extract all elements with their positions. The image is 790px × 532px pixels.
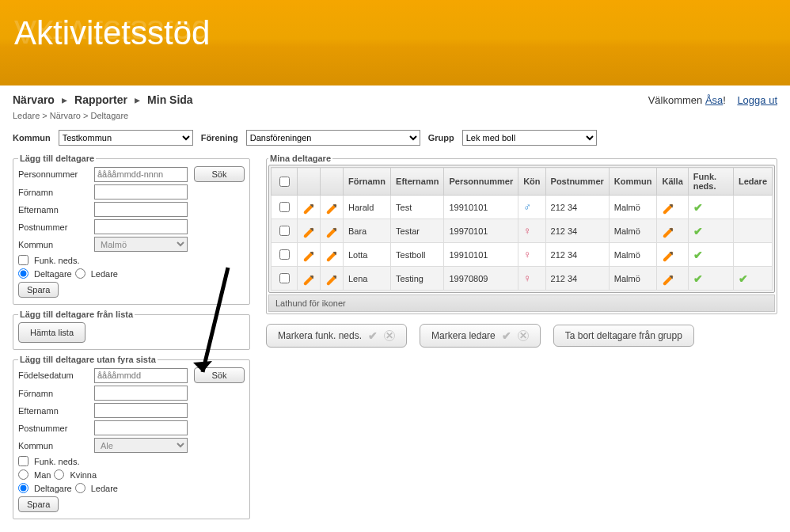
ledare-radio-2[interactable] <box>75 483 85 493</box>
col-funk-neds[interactable]: Funk. neds. <box>688 168 733 196</box>
header-banner: Aktivitetsstöd Aktivitetsstöd <box>0 0 790 86</box>
cell-kommun: Malmö <box>609 243 657 267</box>
filter-row: Kommun Testkommun Förening Dansföreninge… <box>0 127 790 154</box>
filter-grupp-select[interactable]: Lek med boll <box>462 130 597 146</box>
sok-button-1[interactable]: Sök <box>194 166 245 182</box>
female-icon: ♀ <box>523 225 531 237</box>
edit-icon[interactable] <box>326 227 337 238</box>
hamta-lista-button[interactable]: Hämta lista <box>18 322 85 343</box>
welcome-user-link[interactable]: Åsa <box>705 94 723 106</box>
edit-icon[interactable] <box>303 203 314 215</box>
kvinna-radio-label: Kvinna <box>70 470 97 480</box>
deltagare-radio[interactable] <box>18 268 28 279</box>
col-efternamn[interactable]: Efternamn <box>391 168 444 196</box>
edit-icon[interactable] <box>663 275 674 286</box>
fodelsedatum-input[interactable] <box>94 368 188 383</box>
add-participant-fieldset: Lägg till deltagare Personnummer Sök För… <box>13 154 250 305</box>
select-all-checkbox[interactable] <box>279 177 290 187</box>
female-icon: ♀ <box>523 249 531 260</box>
postnummer-input-2[interactable] <box>94 420 188 435</box>
edit-icon[interactable] <box>326 275 337 286</box>
col-postnummer[interactable]: Postnummer <box>545 168 609 196</box>
cell-fornamn: Harald <box>344 196 391 219</box>
cell-post: 212 34 <box>545 219 609 243</box>
edit-icon[interactable] <box>663 251 674 262</box>
markera-funk-button[interactable]: Markera funk. neds. ✔ ✕ <box>266 324 407 348</box>
kommun-select-2[interactable]: Ale <box>94 438 188 453</box>
mina-deltagare-fieldset: Mina deltagare Förnamn Efternamn Personn… <box>266 154 777 314</box>
logout-link[interactable]: Logga ut <box>737 94 777 106</box>
col-fornamn[interactable]: Förnamn <box>344 168 391 196</box>
markera-ledare-button[interactable]: Markera ledare ✔ ✕ <box>420 324 541 348</box>
x-icon: ✕ <box>384 330 395 341</box>
efternamn-label-2: Efternamn <box>18 406 89 416</box>
table-row: BaraTestar19970101♀212 34Malmö✔ <box>272 219 773 243</box>
efternamn-input[interactable] <box>94 202 188 217</box>
female-icon: ♀ <box>523 272 531 284</box>
check-icon: ✔ <box>502 329 511 342</box>
row-checkbox[interactable] <box>279 249 290 260</box>
fodelsedatum-label: Födelsedatum <box>18 370 89 380</box>
cell-gender: ♂ <box>518 196 545 219</box>
edit-icon[interactable] <box>663 203 674 215</box>
funk-neds-checkbox-2[interactable] <box>18 456 28 466</box>
edit-icon[interactable] <box>326 203 337 215</box>
ta-bort-button[interactable]: Ta bort deltagare från grupp <box>553 325 694 347</box>
funk-neds-checkbox[interactable] <box>18 255 28 265</box>
col-kon[interactable]: Kön <box>518 168 545 196</box>
nav-min-sida[interactable]: Min Sida <box>147 93 193 106</box>
fornamn-input[interactable] <box>94 184 188 200</box>
cell-gender: ♀ <box>518 243 545 267</box>
edit-icon[interactable] <box>303 251 314 262</box>
postnummer-label-2: Postnummer <box>18 424 89 433</box>
row-checkbox[interactable] <box>279 273 290 283</box>
edit-icon[interactable] <box>303 275 314 286</box>
markera-funk-label: Markera funk. neds. <box>278 330 362 341</box>
lathund-bar[interactable]: Lathund för ikoner <box>268 294 775 312</box>
edit-icon[interactable] <box>326 251 337 262</box>
efternamn-input-2[interactable] <box>94 403 188 418</box>
row-checkbox[interactable] <box>279 226 290 236</box>
edit-icon[interactable] <box>663 227 674 238</box>
postnummer-label: Postnummer <box>18 222 89 232</box>
add-no-four-legend: Lägg till deltagare utan fyra sista <box>18 355 158 364</box>
x-icon: ✕ <box>518 330 529 341</box>
check-icon: ✔ <box>739 272 748 285</box>
breadcrumb-narvaro[interactable]: Närvaro <box>50 111 81 120</box>
ledare-radio-label: Ledare <box>91 269 118 279</box>
add-participant-legend: Lägg till deltagare <box>18 154 96 163</box>
nav-narvaro[interactable]: Närvaro <box>13 93 55 106</box>
add-from-list-fieldset: Lägg till deltagare från lista Hämta lis… <box>13 310 250 350</box>
spara-button-2[interactable]: Spara <box>18 496 59 512</box>
kommun-select[interactable]: Malmö <box>94 237 188 252</box>
man-radio[interactable] <box>18 469 28 480</box>
row-checkbox[interactable] <box>279 202 290 212</box>
kvinna-radio[interactable] <box>54 469 64 480</box>
sok-button-2[interactable]: Sök <box>194 367 245 383</box>
fornamn-input-2[interactable] <box>94 386 188 401</box>
personnummer-input[interactable] <box>94 167 188 182</box>
ledare-radio[interactable] <box>75 268 85 279</box>
filter-forening-select[interactable]: Dansföreningen <box>246 130 420 146</box>
col-kalla[interactable]: Källa <box>657 168 688 196</box>
col-personnummer[interactable]: Personnummer <box>444 168 518 196</box>
app-title-reflection: Aktivitetsstöd <box>14 13 210 51</box>
check-icon: ✔ <box>368 329 378 342</box>
spara-button-1[interactable]: Spara <box>18 282 59 298</box>
mina-deltagare-legend: Mina deltagare <box>268 154 332 163</box>
cell-post: 212 34 <box>545 267 609 291</box>
breadcrumb-ledare[interactable]: Ledare <box>13 111 40 120</box>
nav-rapporter[interactable]: Rapporter <box>74 93 127 106</box>
edit-icon[interactable] <box>303 227 314 238</box>
postnummer-input[interactable] <box>94 219 188 234</box>
cell-kommun: Malmö <box>609 219 657 243</box>
col-ledare[interactable]: Ledare <box>733 168 772 196</box>
cell-pnr: 19910101 <box>444 243 518 267</box>
cell-efternamn: Testing <box>391 267 444 291</box>
kommun-label-2: Kommun <box>18 441 89 450</box>
deltagare-radio-2[interactable] <box>18 483 28 493</box>
col-kommun[interactable]: Kommun <box>609 168 657 196</box>
deltagare-radio-label: Deltagare <box>34 269 72 279</box>
markera-ledare-label: Markera ledare <box>431 330 496 341</box>
filter-kommun-select[interactable]: Testkommun <box>59 130 193 146</box>
